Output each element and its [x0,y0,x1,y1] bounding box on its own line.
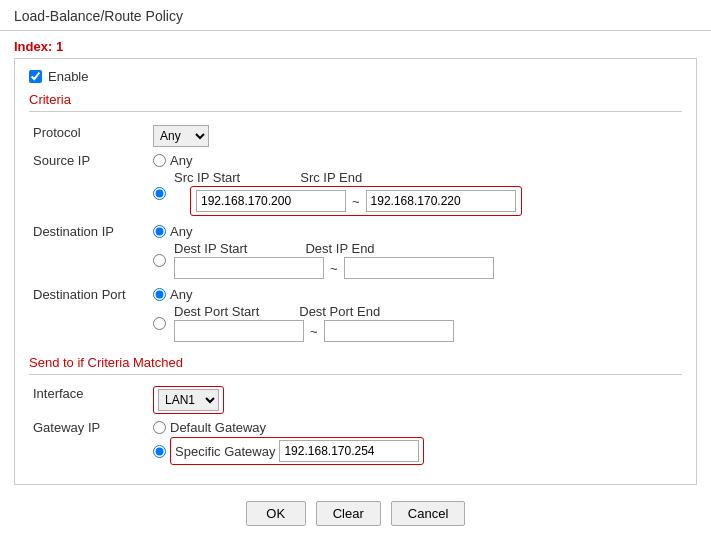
specific-gw-radio[interactable] [153,445,166,458]
dest-ip-end-input[interactable] [344,257,494,279]
enable-row: Enable [29,69,682,84]
port-any-label: Any [170,287,192,302]
page-title: Load-Balance/Route Policy [14,8,183,24]
protocol-row: Protocol Any TCP UDP ICMP [29,122,682,150]
dest-ip-row: Destination IP Any Dest IP Start Dest IP… [29,221,682,284]
interface-label: Interface [29,383,149,417]
default-gw-radio-row: Default Gateway [153,420,678,435]
port-range-radio-row: Dest Port Start Dest Port End ~ [153,304,678,342]
form-table: Protocol Any TCP UDP ICMP Source IP [29,122,682,347]
interface-box: LAN1 LAN2 WAN1 WAN2 [153,386,224,414]
dest-ip-label: Destination IP [29,221,149,284]
default-gw-radio[interactable] [153,421,166,434]
src-any-label: Any [170,153,192,168]
port-any-radio-row: Any [153,287,678,302]
src-any-radio-row: Any [153,153,678,168]
gateway-controls: Default Gateway Specific Gateway [149,417,682,470]
dest-ip-start-label: Dest IP Start [174,241,247,256]
dest-port-row: Destination Port Any Dest Port Start Des… [29,284,682,347]
default-gw-label: Default Gateway [170,420,266,435]
clear-button[interactable]: Clear [316,501,381,526]
dest-port-start-input[interactable] [174,320,304,342]
protocol-label: Protocol [29,122,149,150]
index-label: Index: 1 [0,31,711,58]
page-header: Load-Balance/Route Policy [0,0,711,31]
dest-port-end-input[interactable] [324,320,454,342]
src-ip-end-input[interactable] [366,190,516,212]
dest-ip-end-label: Dest IP End [305,241,374,256]
src-range-box: ~ [190,186,522,216]
enable-checkbox[interactable] [29,70,42,83]
interface-controls: LAN1 LAN2 WAN1 WAN2 [149,383,682,417]
protocol-select[interactable]: Any TCP UDP ICMP [153,125,209,147]
src-range-radio-row: Src IP Start Src IP End ~ [153,170,678,216]
port-any-radio[interactable] [153,288,166,301]
dest-range-radio-row: Dest IP Start Dest IP End ~ [153,241,678,279]
button-row: OK Clear Cancel [0,501,711,526]
dest-ip-start-input[interactable] [174,257,324,279]
gateway-ip-row: Gateway IP Default Gateway Specific Gate… [29,417,682,470]
tilde-port: ~ [310,324,318,339]
dest-ip-controls: Any Dest IP Start Dest IP End ~ [149,221,682,284]
src-ip-start-input[interactable] [196,190,346,212]
interface-row: Interface LAN1 LAN2 WAN1 WAN2 [29,383,682,417]
src-ip-end-label: Src IP End [300,170,362,185]
send-form-table: Interface LAN1 LAN2 WAN1 WAN2 Gateway IP [29,383,682,470]
tilde-dest: ~ [330,261,338,276]
enable-label: Enable [48,69,88,84]
send-section-label: Send to if Criteria Matched [29,355,682,375]
ok-button[interactable]: OK [246,501,306,526]
dest-any-radio[interactable] [153,225,166,238]
specific-gw-box: Specific Gateway [170,437,424,465]
specific-gw-input[interactable] [279,440,419,462]
dest-range-radio[interactable] [153,254,166,267]
dest-port-label: Destination Port [29,284,149,347]
source-ip-row: Source IP Any Src IP Start Src IP End [29,150,682,221]
src-ip-start-label: Src IP Start [174,170,240,185]
dest-any-label: Any [170,224,192,239]
src-range-radio[interactable] [153,187,166,200]
interface-select[interactable]: LAN1 LAN2 WAN1 WAN2 [158,389,219,411]
dest-port-controls: Any Dest Port Start Dest Port End ~ [149,284,682,347]
source-ip-controls: Any Src IP Start Src IP End ~ [149,150,682,221]
cancel-button[interactable]: Cancel [391,501,465,526]
dest-port-start-label: Dest Port Start [174,304,259,319]
port-range-radio[interactable] [153,317,166,330]
protocol-controls: Any TCP UDP ICMP [149,122,682,150]
main-form-box: Enable Criteria Protocol Any TCP UDP ICM… [14,58,697,485]
gateway-ip-label: Gateway IP [29,417,149,470]
dest-port-end-label: Dest Port End [299,304,380,319]
source-ip-label: Source IP [29,150,149,221]
specific-gw-radio-row: Specific Gateway [153,437,678,465]
criteria-section-label: Criteria [29,92,682,112]
src-any-radio[interactable] [153,154,166,167]
tilde-src: ~ [352,194,360,209]
specific-gw-label: Specific Gateway [175,444,275,459]
dest-any-radio-row: Any [153,224,678,239]
